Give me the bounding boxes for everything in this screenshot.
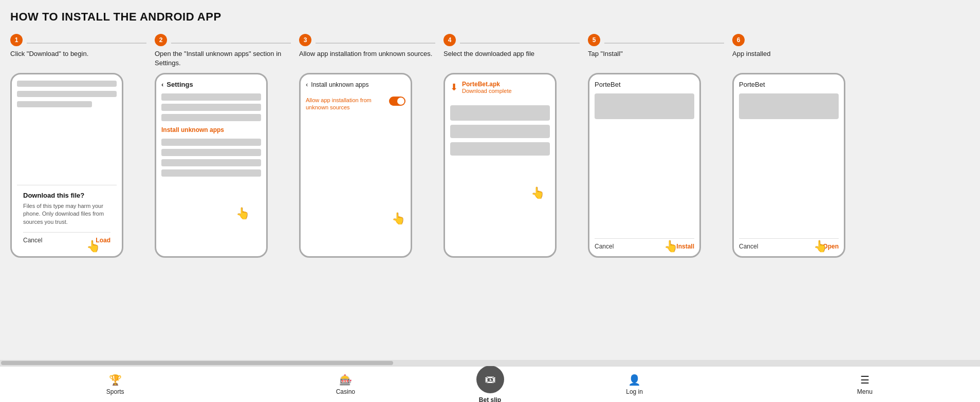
unknown-apps-header: ‹ Install unknown apps [306,81,405,88]
finger-cursor-1: 👆 [86,240,100,253]
menu-icon: ☰ [860,374,870,386]
phone-mockup-3: ‹ Install unknown apps Allow app install… [299,73,412,258]
casino-icon: 🎰 [339,374,352,386]
cancel-button-6[interactable]: Cancel [739,243,758,250]
step-1: 1 Click "Download" to begin. Download th… [10,34,146,258]
step-5: 5 Tap "Install" PorteBet Cancel Install … [588,34,724,258]
page-title: HOW TO INSTALL THE ANDROID APP [10,10,970,24]
phone-mockup-1: Download this file? Files of this type m… [10,73,123,258]
menu-label: Menu [857,388,873,395]
phone-bar [17,101,92,107]
file-bar [450,125,550,138]
app-name-5: PorteBet [595,81,694,88]
step-number-5: 5 [588,34,600,46]
settings-rows [161,93,261,121]
allow-text: Allow app installation from unknown sour… [306,97,373,111]
nav-casino[interactable]: 🎰 Casino [230,371,460,398]
bet-slip-label: Bet slip [479,396,501,403]
settings-row [161,159,261,166]
file-bar [450,142,550,156]
finger-cursor-4: 👆 [531,186,545,200]
nav-bet-slip[interactable]: 🎟 Bet slip [461,362,520,403]
bottom-nav: 🏆 Sports 🎰 Casino 🎟 Bet slip 👤 Log in ☰ … [0,366,980,402]
step-description-6: App installed [732,49,868,68]
main-content: HOW TO INSTALL THE ANDROID APP 1 Click "… [0,0,980,360]
step-line-4 [460,43,580,44]
install-unknown-link[interactable]: Install unknown apps [161,126,261,133]
settings-row [161,169,261,177]
login-icon: 👤 [628,374,641,386]
download-complete-icon: ⬇ [450,82,458,93]
phone-mockup-4: ⬇ PorteBet.apk Download complete 👆 [443,73,557,258]
step-line-5 [604,43,724,44]
bet-slip-button[interactable]: 🎟 [476,366,504,393]
install-buttons: Cancel Install [595,238,694,250]
phone-mockup-2: ‹ Settings Install unknown apps 👆 [155,73,268,258]
login-label: Log in [626,388,643,395]
step-3: 3 Allow app installation from unknown so… [299,34,435,258]
download-dialog: Download this file? Files of this type m… [17,185,117,250]
step-6: 6 App installed PorteBet Cancel Open 👆 [732,34,868,258]
scrollbar[interactable] [0,360,980,366]
settings-row [161,93,261,101]
settings-rows-2 [161,139,261,177]
nav-login[interactable]: 👤 Log in [520,371,750,398]
install-bar-6 [739,93,839,119]
nav-menu[interactable]: ☰ Menu [750,371,980,398]
download-status: Download complete [462,88,512,94]
settings-row [161,114,261,121]
step-2: 2 Open the "Install unknown apps" sectio… [155,34,291,258]
scrollbar-thumb [1,361,393,365]
download-complete-row: ⬇ PorteBet.apk Download complete [450,81,550,94]
nav-sports[interactable]: 🏆 Sports [0,371,230,398]
step-description-4: Select the downloaded app file [443,49,580,68]
bet-slip-icon: 🎟 [485,373,496,386]
cancel-button-5[interactable]: Cancel [595,243,614,250]
phone-mockup-5: PorteBet Cancel Install 👆 [588,73,701,258]
step-line-3 [316,43,435,44]
step-description-1: Click "Download" to begin. [10,49,146,68]
download-dialog-text: Files of this type may harm your phone. … [23,202,110,226]
finger-cursor-5: 👆 [664,240,678,253]
step-description-5: Tap "Install" [588,49,724,68]
step-4: 4 Select the downloaded app file ⬇ Porte… [443,34,580,258]
step-line-1 [27,43,146,44]
app-name-6: PorteBet [739,81,839,88]
install-bar [595,93,694,119]
toggle-switch[interactable] [389,97,405,106]
settings-row [161,139,261,146]
install-button[interactable]: Install [676,243,694,250]
settings-row [161,104,261,111]
finger-cursor-2: 👆 [236,207,250,220]
phone-bar [17,91,117,97]
sports-icon: 🏆 [109,374,122,386]
step-number-2: 2 [155,34,167,46]
phone-bar [17,81,117,87]
step-number-6: 6 [732,34,745,46]
steps-container: 1 Click "Download" to begin. Download th… [10,34,868,258]
phone-mockup-6: PorteBet Cancel Open 👆 [732,73,845,258]
download-dialog-title: Download this file? [23,192,110,199]
allow-row: Allow app installation from unknown sour… [306,97,405,111]
step-description-3: Allow app installation from unknown sour… [299,49,435,68]
file-bars [450,105,550,156]
finger-cursor-3: 👆 [392,212,405,225]
step-number-3: 3 [299,34,311,46]
step-description-2: Open the "Install unknown apps" section … [155,49,291,68]
settings-row [161,149,261,156]
file-bar [450,105,550,121]
finger-cursor-6: 👆 [813,240,827,253]
casino-label: Casino [336,388,355,395]
file-name: PorteBet.apk [462,81,512,88]
step-number-1: 1 [10,34,23,46]
step-number-4: 4 [443,34,456,46]
settings-header: ‹ Settings [161,81,261,88]
step-line-2 [171,43,291,44]
cancel-button-1[interactable]: Cancel [23,237,42,244]
sports-label: Sports [106,388,124,395]
